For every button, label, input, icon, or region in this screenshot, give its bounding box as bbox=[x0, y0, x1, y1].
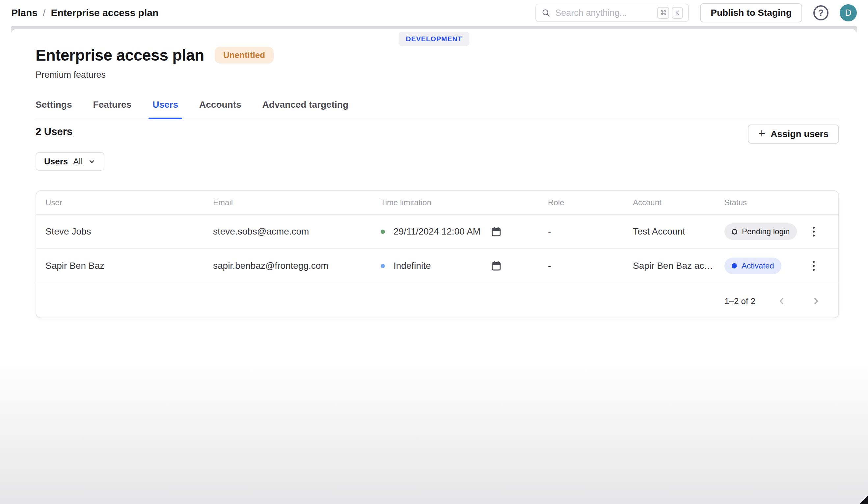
chevron-down-icon bbox=[88, 157, 96, 165]
unentitled-badge: Unentitled bbox=[215, 47, 273, 64]
users-filter-dropdown[interactable]: Users All bbox=[35, 152, 104, 171]
cell-email: steve.sobs@acme.com bbox=[213, 226, 381, 237]
cell-email: sapir.benbaz@frontegg.com bbox=[213, 260, 381, 271]
tab-advanced-targeting[interactable]: Advanced targeting bbox=[258, 98, 352, 119]
breadcrumb: Plans / Enterprise access plan bbox=[11, 7, 158, 19]
table-row: Steve Jobs steve.sobs@acme.com 29/11/202… bbox=[36, 214, 838, 248]
page-subtitle: Premium features bbox=[35, 70, 106, 80]
cell-role: - bbox=[548, 260, 633, 271]
cell-account: Test Account bbox=[633, 226, 724, 237]
pagination-range: 1–2 of 2 bbox=[724, 296, 755, 306]
table-row: Sapir Ben Baz sapir.benbaz@frontegg.com … bbox=[36, 248, 838, 282]
assign-users-button[interactable]: + Assign users bbox=[748, 124, 839, 144]
cell-user: Sapir Ben Baz bbox=[45, 260, 213, 271]
row-actions-menu-icon[interactable] bbox=[810, 258, 817, 274]
navbar-actions: ⌘ K Publish to Staging ? D bbox=[535, 3, 857, 22]
status-badge: Activated bbox=[724, 258, 782, 274]
avatar[interactable]: D bbox=[840, 4, 857, 21]
calendar-icon[interactable] bbox=[490, 260, 502, 271]
table-footer: 1–2 of 2 bbox=[36, 282, 838, 318]
users-count-heading: 2 Users bbox=[35, 126, 72, 138]
calendar-icon[interactable] bbox=[490, 226, 502, 237]
cmd-key: ⌘ bbox=[657, 7, 669, 19]
k-key: K bbox=[672, 7, 683, 19]
time-status-dot bbox=[381, 229, 385, 234]
tab-accounts[interactable]: Accounts bbox=[195, 98, 245, 119]
global-search[interactable]: ⌘ K bbox=[535, 4, 689, 22]
corner-resize-mark bbox=[859, 495, 868, 504]
page-title: Enterprise access plan bbox=[35, 46, 204, 64]
col-header-time-limitation: Time limitation bbox=[381, 198, 548, 207]
help-icon[interactable]: ? bbox=[813, 5, 828, 20]
breadcrumb-separator: / bbox=[43, 7, 45, 19]
col-header-email: Email bbox=[213, 198, 381, 207]
time-limitation-value: Indefinite bbox=[393, 260, 431, 271]
col-header-user: User bbox=[45, 198, 213, 207]
breadcrumb-current-page: Enterprise access plan bbox=[51, 7, 158, 19]
breadcrumb-plans[interactable]: Plans bbox=[11, 7, 38, 19]
activated-dot-icon bbox=[732, 263, 737, 268]
tab-bar: Settings Features Users Accounts Advance… bbox=[35, 98, 839, 119]
filter-value: All bbox=[73, 156, 83, 167]
top-navbar: Plans / Enterprise access plan ⌘ K Publi… bbox=[0, 0, 868, 26]
tab-users[interactable]: Users bbox=[148, 98, 182, 119]
search-input[interactable] bbox=[555, 8, 653, 18]
page-header: Enterprise access plan Unentitled bbox=[35, 46, 273, 64]
table-header-row: User Email Time limitation Role Account … bbox=[36, 191, 838, 214]
pagination-next-icon[interactable] bbox=[808, 293, 824, 309]
search-icon bbox=[541, 8, 550, 18]
plus-icon: + bbox=[758, 127, 765, 139]
status-badge: Pending login bbox=[724, 223, 797, 240]
publish-to-staging-button[interactable]: Publish to Staging bbox=[700, 3, 802, 22]
status-label: Pending login bbox=[742, 227, 789, 236]
col-header-role: Role bbox=[548, 198, 633, 207]
time-status-dot bbox=[381, 264, 385, 268]
cell-time-limitation: 29/11/2024 12:00 AM bbox=[381, 226, 548, 237]
time-limitation-value: 29/11/2024 12:00 AM bbox=[393, 226, 480, 237]
row-actions-menu-icon[interactable] bbox=[810, 224, 817, 239]
filter-label: Users bbox=[44, 156, 68, 167]
cell-account: Sapir Ben Baz acco… bbox=[633, 260, 724, 271]
environment-badge: DEVELOPMENT bbox=[399, 32, 469, 46]
pagination-prev-icon[interactable] bbox=[774, 293, 789, 309]
tab-features[interactable]: Features bbox=[89, 98, 135, 119]
col-header-account: Account bbox=[633, 198, 724, 207]
cell-user: Steve Jobs bbox=[45, 226, 213, 237]
status-label: Activated bbox=[742, 261, 774, 270]
tab-settings[interactable]: Settings bbox=[35, 98, 76, 119]
cell-time-limitation: Indefinite bbox=[381, 260, 548, 271]
pending-ring-icon bbox=[732, 229, 737, 235]
col-header-status: Status bbox=[724, 198, 810, 207]
users-table: User Email Time limitation Role Account … bbox=[35, 191, 839, 318]
cell-role: - bbox=[548, 226, 633, 237]
search-shortcut: ⌘ K bbox=[657, 7, 683, 19]
assign-users-label: Assign users bbox=[771, 129, 828, 139]
